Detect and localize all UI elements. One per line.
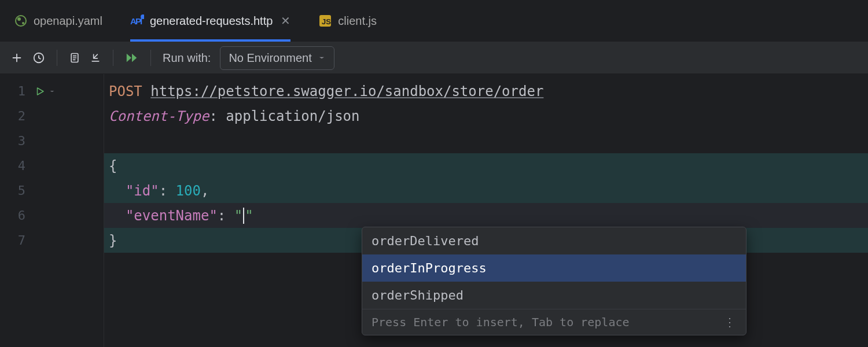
- run-with-label: Run with:: [163, 51, 211, 65]
- run-all-button[interactable]: [125, 51, 139, 64]
- toolbar-divider: [113, 50, 113, 66]
- code-token: {: [109, 158, 117, 174]
- code-line[interactable]: Content-Type: application/json: [104, 104, 868, 128]
- code-token: :: [159, 183, 176, 199]
- svg-point-2: [22, 22, 24, 24]
- code-line[interactable]: "eventName": "": [104, 203, 868, 228]
- code-token: ": [245, 208, 253, 224]
- completion-footer: Press Enter to insert, Tab to replace⋮: [362, 309, 746, 335]
- examples-button[interactable]: [69, 51, 80, 64]
- line-number: 2: [0, 109, 35, 123]
- completion-popup: orderDeliveredorderInProgressorderShippe…: [362, 227, 746, 335]
- svg-text:JS: JS: [322, 17, 331, 26]
- completion-item[interactable]: orderDelivered: [362, 227, 746, 254]
- code-token: ": [234, 208, 242, 224]
- code-token: 100: [176, 183, 201, 199]
- toolbar-divider: [57, 50, 57, 66]
- line-number: 4: [0, 158, 35, 173]
- code-token: : application/json: [209, 108, 359, 124]
- code-token: :: [218, 208, 234, 224]
- run-in-gutter-icon[interactable]: [35, 86, 45, 97]
- line-number: 5: [0, 183, 35, 198]
- editor-code-area[interactable]: POST https://petstore.swagger.io/sandbox…: [104, 74, 868, 347]
- text-caret: [243, 208, 244, 224]
- code-token: [109, 208, 126, 224]
- code-line[interactable]: "id": 100,: [104, 178, 868, 203]
- environment-selected-label: No Environment: [229, 51, 311, 65]
- completion-item[interactable]: orderInProgress: [362, 254, 746, 282]
- code-token: "id": [126, 183, 159, 199]
- svg-point-0: [16, 16, 26, 26]
- code-token: [109, 183, 126, 199]
- code-token: }: [109, 232, 117, 249]
- code-token: https://petstore.swagger.io/sandbox/stor…: [150, 83, 543, 99]
- openapi-icon: [14, 14, 28, 28]
- gutter-line: 2: [0, 104, 104, 128]
- close-icon[interactable]: ✕: [281, 14, 290, 28]
- gutter-line: 6: [0, 203, 104, 228]
- line-number: 7: [0, 233, 35, 248]
- environment-select[interactable]: No Environment: [220, 46, 334, 70]
- http-client-toolbar: Run with: No Environment: [0, 42, 868, 74]
- toolbar-divider: [150, 50, 151, 66]
- completion-hint: Press Enter to insert, Tab to replace: [372, 315, 630, 329]
- api-icon: API: [130, 14, 144, 28]
- code-line[interactable]: POST https://petstore.swagger.io/sandbox…: [104, 79, 868, 104]
- code-line[interactable]: [104, 128, 868, 153]
- gutter-line: 5: [0, 178, 104, 203]
- tab-label: client.js: [338, 14, 377, 28]
- code-token: Content-Type: [109, 108, 209, 124]
- editor-gutter: 1234567: [0, 74, 104, 347]
- editor-tabbar: openapi.yamlAPIgenerated-requests.http✕J…: [0, 0, 868, 42]
- code-token: ,: [201, 183, 209, 199]
- more-icon[interactable]: ⋮: [724, 315, 737, 329]
- gutter-line: 4: [0, 153, 104, 178]
- line-number: 6: [0, 208, 35, 223]
- add-request-button[interactable]: [10, 51, 23, 64]
- tab-client-js[interactable]: JSclient.js: [304, 0, 391, 42]
- gutter-line: 7: [0, 228, 104, 253]
- tab-label: openapi.yaml: [34, 14, 102, 28]
- tab-generated-requests-http[interactable]: APIgenerated-requests.http✕: [116, 0, 304, 42]
- completion-item[interactable]: orderShipped: [362, 282, 746, 309]
- history-button[interactable]: [32, 51, 45, 64]
- code-line[interactable]: {: [104, 153, 868, 178]
- line-number: 1: [0, 84, 35, 98]
- tab-label: generated-requests.http: [150, 14, 273, 28]
- js-icon: JS: [318, 14, 332, 28]
- line-number: 3: [0, 134, 35, 148]
- import-button[interactable]: [90, 51, 101, 64]
- gutter-line: 1: [0, 79, 104, 104]
- chevron-down-icon: [318, 54, 326, 62]
- editor[interactable]: 1234567 POST https://petstore.swagger.io…: [0, 74, 868, 347]
- code-token: "eventName": [126, 208, 218, 224]
- tab-openapi-yaml[interactable]: openapi.yaml: [0, 0, 116, 42]
- code-token: POST: [109, 83, 150, 99]
- chevron-down-icon[interactable]: [45, 88, 56, 95]
- svg-point-1: [17, 17, 21, 21]
- gutter-line: 3: [0, 128, 104, 153]
